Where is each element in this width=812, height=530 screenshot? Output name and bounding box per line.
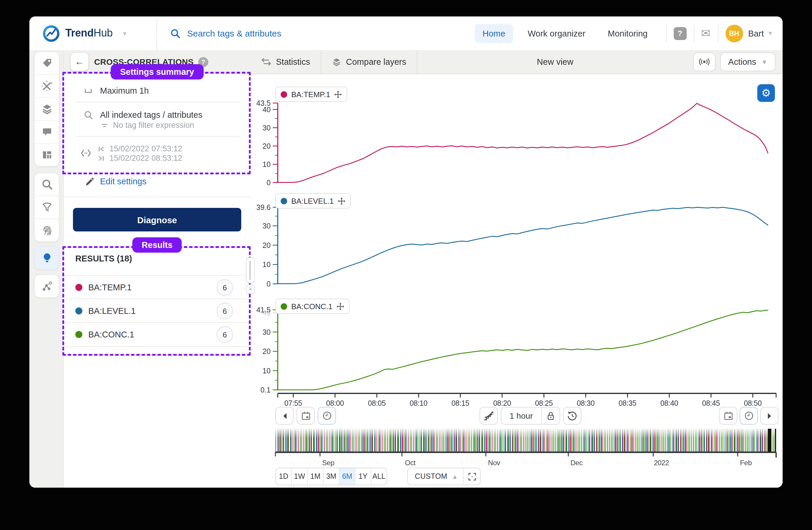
network-icon[interactable]: [35, 275, 59, 297]
history-icon-button[interactable]: [563, 407, 581, 424]
diagnose-button[interactable]: Diagnose: [73, 208, 241, 232]
nav-home[interactable]: Home: [475, 24, 513, 43]
compare-layers-button[interactable]: Compare layers: [321, 50, 418, 74]
svg-text:Feb: Feb: [740, 459, 752, 467]
chart-toolbar: Statistics Compare layers New view Actio…: [251, 50, 783, 74]
rail-group-network: [34, 275, 59, 298]
search-tool-icon[interactable]: [35, 173, 59, 196]
pan-right-button[interactable]: [760, 407, 779, 424]
view-title: New view: [418, 57, 693, 67]
swap-arrows-icon: [261, 58, 271, 66]
move-icon[interactable]: [338, 197, 346, 205]
svg-text:08:30: 08:30: [577, 399, 595, 407]
search-placeholder: Search tags & attributes: [187, 28, 281, 38]
svg-text:08:40: 08:40: [661, 399, 679, 407]
duration-value[interactable]: 1 hour: [501, 407, 541, 424]
rail-group-main: +×÷−: [34, 51, 59, 167]
actions-button[interactable]: Actions ▼: [720, 52, 775, 71]
svg-text:30: 30: [262, 222, 271, 230]
chart-ba-temp-1: 43.5403020100: [251, 97, 783, 190]
formula-icon[interactable]: +×÷−: [35, 75, 59, 98]
filter-icon[interactable]: [35, 196, 59, 219]
layers-icon[interactable]: [35, 98, 59, 121]
preset-1d[interactable]: 1D: [276, 468, 292, 485]
actions-label: Actions: [728, 57, 756, 67]
layout-icon[interactable]: [35, 144, 59, 166]
preset-3m[interactable]: 3M: [324, 468, 339, 485]
svg-text:10: 10: [262, 366, 271, 375]
nav-work-organizer[interactable]: Work organizer: [520, 24, 593, 43]
mail-icon[interactable]: ✉: [701, 27, 710, 40]
preset-1w[interactable]: 1W: [292, 468, 308, 485]
result-row-ba-level-1[interactable]: BA:LEVEL.16: [63, 298, 251, 323]
global-search[interactable]: Search tags & attributes: [157, 28, 281, 39]
broadcast-button[interactable]: [693, 52, 715, 71]
divider: [666, 25, 666, 42]
duration-group: 1 hour: [501, 407, 560, 424]
chart-ba-level-1: 39.63020100: [251, 201, 783, 291]
svg-text:08:20: 08:20: [493, 399, 511, 407]
svg-text:20: 20: [262, 142, 271, 150]
results-annotation-badge: Results: [132, 237, 182, 253]
comment-icon[interactable]: [35, 121, 59, 144]
preset-1m[interactable]: 1M: [308, 468, 324, 485]
custom-range-button[interactable]: CUSTOM ▲: [407, 468, 481, 485]
pan-left-button[interactable]: [275, 407, 294, 424]
custom-label: CUSTOM: [408, 472, 452, 480]
clock-start-button[interactable]: [318, 407, 336, 424]
tag-chip-ba-temp-1[interactable]: BA:TEMP.1: [275, 86, 347, 102]
app-window: TrendHub ▼ Search tags & attributes Home…: [29, 16, 783, 488]
back-button[interactable]: ←: [71, 53, 88, 71]
context-axis: SepOctNovDec2022Feb: [251, 451, 783, 469]
avatar[interactable]: BH: [725, 25, 743, 42]
svg-text:08:15: 08:15: [452, 399, 469, 407]
brand[interactable]: TrendHub ▼: [29, 25, 157, 42]
gear-icon[interactable]: ⚙: [757, 84, 775, 102]
calendar-end-button[interactable]: [719, 407, 737, 424]
expand-icon[interactable]: [463, 468, 480, 485]
result-row-ba-temp-1[interactable]: BA:TEMP.16: [63, 275, 251, 299]
svg-text:Nov: Nov: [488, 459, 501, 467]
compare-layers-label: Compare layers: [346, 57, 406, 67]
panel-scroll-close-icon[interactable]: ✕: [246, 284, 255, 294]
result-row-ba-conc-1[interactable]: BA:CONC.16: [63, 322, 251, 347]
user-caret-icon[interactable]: ▼: [767, 30, 773, 37]
panel-scrollbar[interactable]: [246, 257, 255, 283]
chart-canvas: ⚙ BA:TEMP.1 BA:LEVEL.1 BA:CONC.1 43.5403…: [251, 74, 783, 488]
preset-1y[interactable]: 1Y: [356, 468, 371, 485]
series-color-dot: [75, 307, 82, 315]
lightbulb-icon[interactable]: [35, 247, 59, 269]
clock-end-button[interactable]: [740, 407, 758, 424]
nav-monitoring[interactable]: Monitoring: [600, 24, 655, 43]
rail-group-suggest: [34, 246, 59, 270]
svg-text:20: 20: [262, 347, 271, 355]
svg-text:Oct: Oct: [405, 459, 416, 467]
statistics-button[interactable]: Statistics: [251, 50, 321, 74]
calendar-start-button[interactable]: [296, 407, 315, 424]
edit-settings-link[interactable]: Edit settings: [100, 177, 146, 186]
series-color-dot: [75, 284, 82, 291]
preset-all[interactable]: ALL: [371, 468, 387, 485]
fingerprint-icon[interactable]: [35, 219, 59, 241]
svg-text:0: 0: [266, 179, 271, 187]
user-name[interactable]: Bart: [748, 29, 764, 38]
help-icon[interactable]: ?: [673, 27, 686, 40]
range-end-icon: [98, 155, 105, 162]
tool-rail: +×÷−: [29, 50, 63, 488]
context-bar[interactable]: [275, 429, 776, 452]
svg-text:Dec: Dec: [570, 459, 583, 467]
tag-chip-ba-conc-1[interactable]: BA:CONC.1: [275, 298, 349, 314]
tag-chip-ba-level-1[interactable]: BA:LEVEL.1: [275, 193, 351, 208]
move-icon[interactable]: [336, 303, 344, 310]
range-start-icon: [98, 145, 105, 153]
svg-text:08:05: 08:05: [368, 399, 386, 407]
lock-icon[interactable]: [541, 407, 559, 424]
context-selection-marker[interactable]: [768, 429, 771, 452]
preset-6m[interactable]: 6M: [339, 468, 356, 485]
brand-caret-icon[interactable]: ▼: [121, 30, 128, 37]
move-icon[interactable]: [334, 90, 342, 98]
svg-text:08:25: 08:25: [535, 399, 553, 407]
trend-steps-icon-button[interactable]: [480, 407, 498, 424]
tag-icon[interactable]: [35, 52, 59, 75]
divider: [75, 136, 240, 137]
